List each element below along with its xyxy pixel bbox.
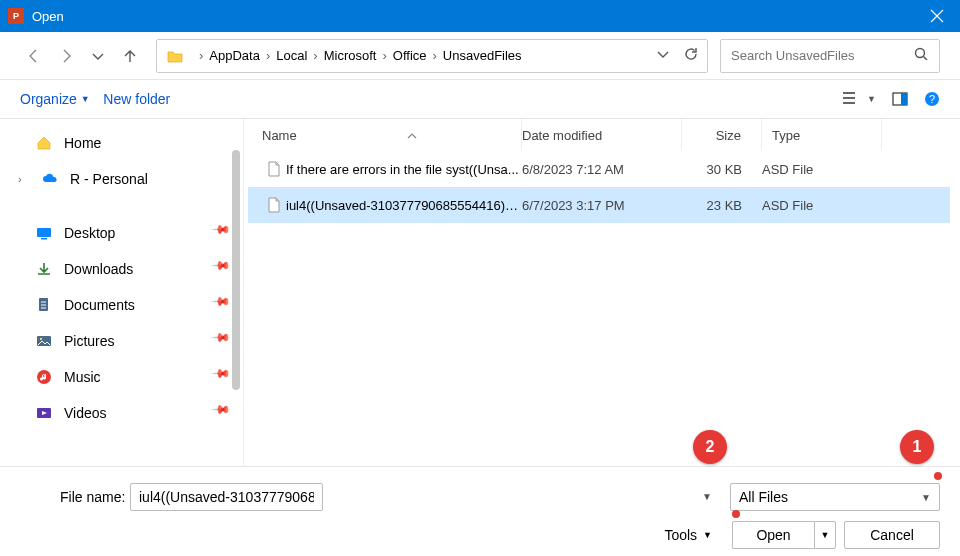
crumb-office[interactable]: Office (393, 48, 427, 63)
file-name-input[interactable] (130, 483, 323, 511)
annotation-dot-1 (934, 472, 942, 480)
crumb-local[interactable]: Local (276, 48, 307, 63)
preview-pane-icon[interactable] (892, 91, 908, 107)
nav-desktop[interactable]: Desktop 📌 (0, 215, 243, 251)
chevron-down-icon: ▼ (921, 492, 931, 503)
file-name: iul4((Unsaved-310377790685554416)).... (286, 198, 522, 213)
toolbar: Organize ▼ New folder ▼ ? (0, 80, 960, 118)
crumb-microsoft[interactable]: Microsoft (324, 48, 377, 63)
file-name: If there are errors in the file syst((Un… (286, 162, 522, 177)
crumb-unsavedfiles[interactable]: UnsavedFiles (443, 48, 522, 63)
nav-personal[interactable]: › R - Personal (0, 161, 243, 197)
file-type-filter-label: All Files (739, 489, 788, 505)
onedrive-icon (40, 171, 60, 187)
organize-menu[interactable]: Organize ▼ (20, 91, 90, 107)
back-button[interactable] (20, 42, 48, 70)
tools-menu[interactable]: Tools▼ (664, 527, 712, 543)
address-bar[interactable]: ›AppData ›Local ›Microsoft ›Office ›Unsa… (156, 39, 708, 73)
annotation-dot-2 (732, 510, 740, 518)
downloads-icon (34, 261, 54, 277)
desktop-icon (34, 225, 54, 241)
svg-text:?: ? (929, 93, 935, 105)
open-dropdown-button[interactable]: ▼ (814, 521, 836, 549)
nav-documents[interactable]: Documents 📌 (0, 287, 243, 323)
search-icon[interactable] (913, 46, 929, 65)
file-type: ASD File (762, 162, 882, 177)
up-button[interactable] (116, 42, 144, 70)
expand-chevron-icon[interactable]: › (18, 173, 22, 185)
file-name-label: File name: (60, 489, 125, 505)
file-type: ASD File (762, 198, 882, 213)
file-name-chevron-icon[interactable]: ▼ (702, 491, 712, 502)
crumb-appdata[interactable]: AppData (209, 48, 260, 63)
file-icon (262, 161, 286, 177)
forward-button[interactable] (52, 42, 80, 70)
col-header-name[interactable]: Name (262, 128, 297, 143)
file-size: 30 KB (682, 162, 762, 177)
annotation-callout-1: 1 (900, 430, 934, 464)
close-button[interactable] (914, 0, 960, 32)
annotation-callout-2: 2 (693, 430, 727, 464)
open-button[interactable]: Open (732, 521, 814, 549)
col-header-date[interactable]: Date modified (522, 119, 682, 151)
sort-chevron-icon (407, 128, 417, 143)
file-row[interactable]: iul4((Unsaved-310377790685554416)).... 6… (248, 187, 950, 223)
nav-music[interactable]: Music 📌 (0, 359, 243, 395)
nav-videos[interactable]: Videos 📌 (0, 395, 243, 431)
svg-rect-2 (901, 93, 907, 105)
cancel-button[interactable]: Cancel (844, 521, 940, 549)
title-bar: P Open (0, 0, 960, 32)
file-size: 23 KB (682, 198, 762, 213)
pin-icon: 📌 (211, 399, 239, 427)
history-chevron[interactable] (84, 42, 112, 70)
view-menu-icon[interactable]: ▼ (843, 91, 876, 107)
address-chevron-icon[interactable] (655, 46, 671, 65)
home-icon (34, 135, 54, 151)
svg-rect-6 (41, 238, 47, 240)
file-date: 6/7/2023 3:17 PM (522, 198, 682, 213)
nav-downloads[interactable]: Downloads 📌 (0, 251, 243, 287)
search-input[interactable] (731, 48, 913, 63)
navigation-pane: Home › R - Personal Desktop 📌 Downloads … (0, 119, 244, 466)
search-box[interactable] (720, 39, 940, 73)
file-icon (262, 197, 286, 213)
help-icon[interactable]: ? (924, 91, 940, 107)
refresh-button[interactable] (683, 46, 699, 65)
svg-point-9 (40, 338, 42, 340)
window-title: Open (32, 9, 64, 24)
nav-pictures[interactable]: Pictures 📌 (0, 323, 243, 359)
svg-rect-5 (37, 228, 51, 237)
navigation-bar: ›AppData ›Local ›Microsoft ›Office ›Unsa… (0, 32, 960, 80)
powerpoint-app-icon: P (8, 8, 24, 24)
main-split: Home › R - Personal Desktop 📌 Downloads … (0, 118, 960, 466)
file-list-header[interactable]: Name Date modified Size Type (244, 119, 960, 151)
bottom-panel: File name: ▼ All Files ▼ Tools▼ Open ▼ C… (0, 466, 960, 556)
col-header-type[interactable]: Type (762, 119, 882, 151)
file-date: 6/8/2023 7:12 AM (522, 162, 682, 177)
new-folder-button[interactable]: New folder (103, 91, 170, 107)
file-type-filter[interactable]: All Files ▼ (730, 483, 940, 511)
pictures-icon (34, 333, 54, 349)
folder-icon (165, 46, 185, 66)
nav-home[interactable]: Home (0, 125, 243, 161)
file-list-pane: Name Date modified Size Type If there ar… (244, 119, 960, 466)
documents-icon (34, 297, 54, 313)
svg-point-0 (916, 49, 925, 58)
file-row[interactable]: If there are errors in the file syst((Un… (248, 151, 950, 187)
music-icon (34, 369, 54, 385)
col-header-size[interactable]: Size (682, 119, 762, 151)
videos-icon (34, 405, 54, 421)
